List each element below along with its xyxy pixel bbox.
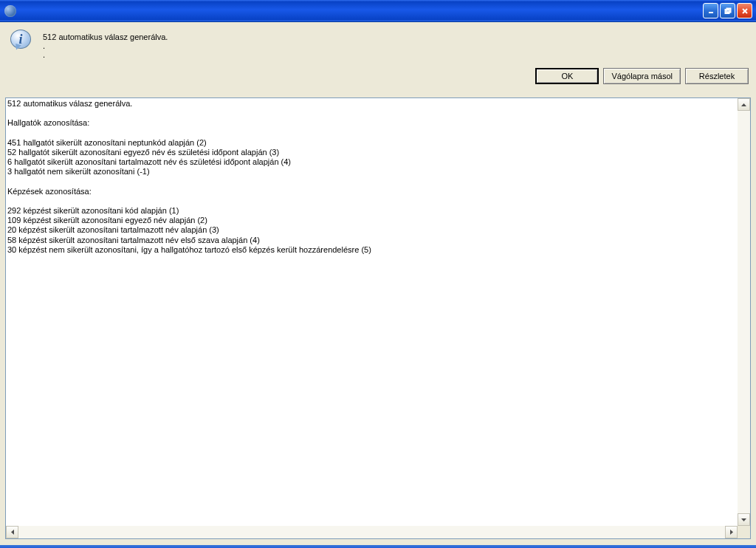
- svg-marker-7: [11, 530, 14, 535]
- close-button[interactable]: [737, 3, 752, 18]
- details-text[interactable]: 512 automatikus válasz generálva. Hallga…: [6, 98, 738, 526]
- minimize-button[interactable]: [703, 3, 718, 18]
- svg-marker-5: [741, 103, 746, 106]
- scroll-track-h[interactable]: [18, 526, 725, 538]
- copy-clipboard-button[interactable]: Vágólapra másol: [603, 68, 681, 84]
- message-text: 512 automatikus válasz generálva. . .: [43, 30, 168, 59]
- details-panel: 512 automatikus válasz generálva. Hallga…: [5, 97, 751, 539]
- horizontal-scrollbar[interactable]: [6, 526, 738, 538]
- button-row: OK Vágólapra másol Részletek: [0, 65, 756, 92]
- window-controls: [703, 3, 752, 18]
- info-icon: i: [10, 30, 34, 53]
- scroll-down-button[interactable]: [738, 513, 750, 526]
- scrollbar-corner: [738, 526, 750, 538]
- maximize-button[interactable]: [720, 3, 735, 18]
- taskbar-edge: [0, 545, 756, 548]
- scroll-up-button[interactable]: [738, 98, 750, 111]
- app-icon: [4, 5, 16, 17]
- scroll-right-button[interactable]: [725, 526, 738, 538]
- ok-button[interactable]: OK: [535, 68, 599, 84]
- svg-marker-8: [730, 530, 733, 535]
- svg-marker-6: [741, 518, 746, 521]
- details-button[interactable]: Részletek: [685, 68, 749, 84]
- titlebar-left: [4, 5, 19, 17]
- message-area: i 512 automatikus válasz generálva. . .: [0, 22, 756, 65]
- titlebar: [0, 0, 756, 22]
- vertical-scrollbar[interactable]: [738, 98, 750, 526]
- scroll-left-button[interactable]: [6, 526, 18, 538]
- scroll-track-v[interactable]: [738, 111, 750, 513]
